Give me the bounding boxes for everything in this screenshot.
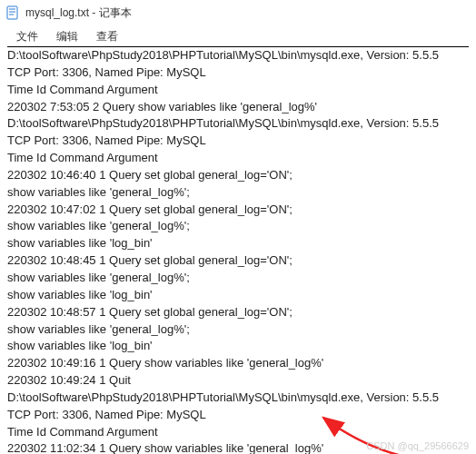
watermark: CSDN @qq_29566629 (366, 440, 469, 451)
menu-view[interactable]: 查看 (87, 25, 127, 47)
log-line: TCP Port: 3306, Named Pipe: MySQL (7, 64, 469, 82)
log-line: D:\toolSoftware\PhpStudy2018\PHPTutorial… (7, 46, 469, 64)
svg-rect-0 (7, 6, 17, 19)
text-content[interactable]: D:\toolSoftware\PhpStudy2018\PHPTutorial… (0, 46, 476, 454)
log-line: Time Id Command Argument (7, 424, 469, 441)
log-line: TCP Port: 3306, Named Pipe: MySQL (7, 133, 469, 150)
menu-edit[interactable]: 编辑 (47, 25, 87, 47)
log-line: 220302 10:48:57 1 Query set global gener… (7, 304, 469, 321)
log-line: 220302 10:48:45 1 Query set global gener… (7, 252, 469, 270)
log-line: 220302 10:49:16 1 Query show variables l… (7, 355, 469, 372)
log-line: show variables like 'general_log%'; (7, 184, 469, 202)
log-line: show variables like 'log_bin' (7, 338, 469, 355)
menu-file[interactable]: 文件 (7, 25, 47, 47)
log-line: Time Id Command Argument (7, 82, 469, 99)
log-line: 220302 7:53:05 2 Query show variables li… (7, 99, 469, 116)
log-line: show variables like 'log_bin' (7, 287, 469, 304)
log-line: show variables like 'general_log%'; (7, 270, 469, 287)
log-line: 220302 10:49:24 1 Quit (7, 372, 469, 390)
menubar: 文件 编辑 查看 (0, 25, 476, 47)
log-line: show variables like 'general_log%'; (7, 321, 469, 339)
log-line: 220302 10:46:40 1 Query set global gener… (7, 167, 469, 184)
log-line: D:\toolSoftware\PhpStudy2018\PHPTutorial… (7, 390, 469, 407)
window-title: mysql_log.txt - 记事本 (25, 5, 132, 21)
log-line: TCP Port: 3306, Named Pipe: MySQL (7, 407, 469, 424)
log-line: show variables like 'general_log%'; (7, 218, 469, 235)
log-line: D:\toolSoftware\PhpStudy2018\PHPTutorial… (7, 115, 469, 133)
log-line: show variables like 'log_bin' (7, 235, 469, 252)
titlebar: mysql_log.txt - 记事本 (0, 0, 476, 25)
log-line: Time Id Command Argument (7, 150, 469, 167)
log-line: 220302 10:47:02 1 Query set global gener… (7, 202, 469, 219)
notepad-icon (5, 5, 20, 20)
